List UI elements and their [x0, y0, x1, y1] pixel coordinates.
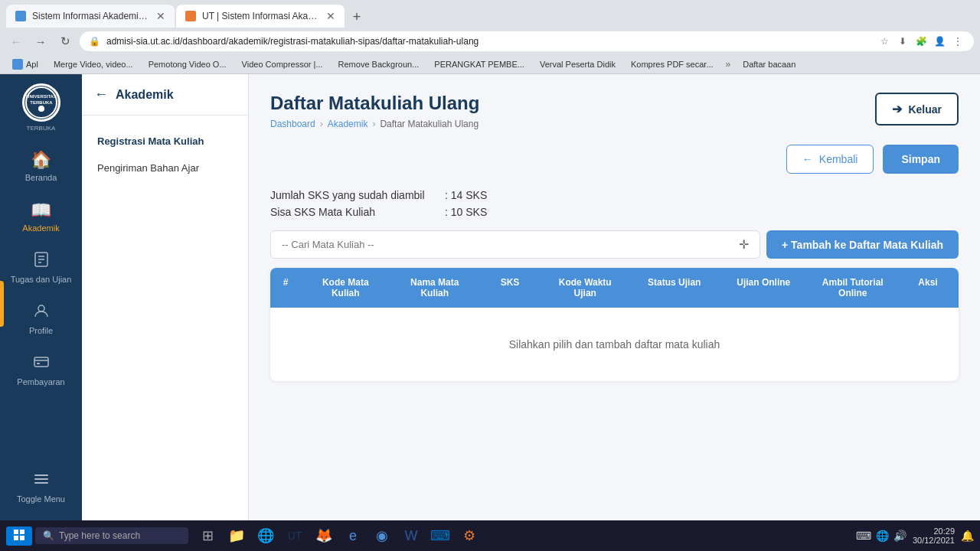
bookmark-perangkat[interactable]: PERANGKAT PEMBE... [428, 58, 531, 70]
sub-sidebar-header: ← Akademik [82, 86, 248, 116]
bookmark-star-icon[interactable]: ☆ [877, 34, 891, 48]
taskbar-folder-icon[interactable]: 📁 [224, 523, 250, 549]
sub-menu-pengiriman[interactable]: Pengiriman Bahan Ajar [82, 155, 248, 181]
browser-chrome: Sistem Informasi Akademik UT ✕ UT | Sist… [0, 0, 980, 74]
bookmark-apl[interactable]: Apl [6, 57, 44, 71]
kembali-arrow-icon: ← [802, 153, 813, 165]
bookmark-daftar[interactable]: Daftar bacaan [737, 58, 802, 70]
taskbar: 🔍 Type here to search ⊞ 📁 🌐 UT 🦊 e ◉ W ⌨… [0, 520, 980, 551]
sidebar: UNIVERSITAS TERBUKA TERBUKA 🏠 Beranda 📖 … [0, 74, 82, 520]
sidebar-item-toggle[interactable]: Toggle Menu [0, 463, 82, 511]
logo-svg: UNIVERSITAS TERBUKA [24, 86, 58, 119]
page-title-section: Daftar Matakuliah Ulang Dashboard › Akad… [270, 93, 479, 129]
sidebar-item-tugas[interactable]: Tugas dan Ujian [0, 243, 82, 292]
bookmark-pemotong[interactable]: Pemotong Video O... [142, 58, 233, 70]
refresh-button[interactable]: ↻ [55, 31, 75, 51]
bm-label-verval: Verval Peserta Didik [540, 60, 616, 69]
taskbar-date: 30/12/2021 [913, 536, 955, 545]
bookmark-compressor[interactable]: Video Compressor |... [236, 58, 329, 70]
sidebar-item-profile[interactable]: Profile [0, 295, 82, 343]
menu-dots-icon[interactable]: ⋮ [951, 34, 965, 48]
content-header: Daftar Matakuliah Ulang Dashboard › Akad… [270, 93, 959, 129]
lock-icon: 🔒 [89, 36, 100, 47]
tab-1[interactable]: Sistem Informasi Akademik UT ✕ [6, 5, 175, 28]
back-button[interactable]: ← [6, 31, 26, 51]
taskbar-edge-icon[interactable]: 🌐 [253, 523, 279, 549]
bm-icon-apl [12, 59, 23, 70]
th-ujian-online: Ujian Online [719, 268, 808, 308]
book-icon: 📖 [31, 201, 51, 220]
start-button[interactable] [6, 527, 32, 546]
sidebar-item-beranda[interactable]: 🏠 Beranda [0, 142, 82, 190]
kembali-button[interactable]: ← Kembali [786, 145, 874, 174]
svg-rect-9 [34, 357, 48, 367]
svg-rect-11 [37, 363, 40, 364]
sidebar-label-toggle: Toggle Menu [17, 494, 65, 504]
keyboard-icon[interactable]: ⌨ [856, 530, 871, 542]
svg-rect-13 [34, 478, 48, 480]
taskbar-chrome-icon[interactable]: ◉ [369, 523, 395, 549]
keluar-button[interactable]: ➔ Keluar [875, 93, 959, 126]
bookmarks-more[interactable]: » [723, 59, 734, 70]
th-status: Status Ujian [630, 268, 720, 308]
taskbar-word-icon[interactable]: W [398, 523, 424, 549]
taskbar-firefox-icon[interactable]: 🦊 [311, 523, 337, 549]
address-bar[interactable]: 🔒 admisi-sia.ut.ac.id/dashboard/akademik… [80, 31, 974, 51]
breadcrumb-sep-2: › [372, 119, 375, 129]
sidebar-item-akademik[interactable]: 📖 Akademik [0, 193, 82, 240]
windows-icon [14, 530, 24, 540]
bm-label-pemotong: Pemotong Video O... [149, 60, 227, 69]
sks-sisa-value: : 10 SKS [445, 206, 487, 218]
search-input[interactable] [282, 239, 733, 250]
taskbar-search[interactable]: 🔍 Type here to search [35, 527, 188, 544]
extension-icon[interactable]: 🧩 [914, 34, 928, 48]
bm-label-merge: Merge Video, video... [54, 60, 133, 69]
th-kode-waktu: Kode Waktu Ujian [541, 268, 630, 308]
back-arrow-icon[interactable]: ← [94, 86, 108, 103]
content-area: Daftar Matakuliah Ulang Dashboard › Akad… [249, 74, 980, 520]
tab-bar: Sistem Informasi Akademik UT ✕ UT | Sist… [0, 0, 980, 28]
download-icon[interactable]: ⬇ [896, 34, 910, 48]
network-icon[interactable]: 🌐 [876, 530, 889, 542]
svg-rect-14 [34, 482, 48, 484]
tab-2[interactable]: UT | Sistem Informasi Akademik ✕ [176, 5, 345, 28]
taskbar-explorer-icon[interactable]: ⊞ [194, 523, 220, 549]
notification-icon[interactable]: 🔔 [961, 530, 974, 542]
bookmark-kompres[interactable]: Kompres PDF secar... [625, 58, 720, 70]
simpan-button[interactable]: Simpan [883, 145, 959, 174]
forward-button[interactable]: → [31, 31, 51, 51]
breadcrumb-dashboard[interactable]: Dashboard [270, 119, 315, 129]
taskbar-time: 20:29 [913, 527, 955, 536]
search-cursor-icon[interactable]: ✛ [739, 237, 749, 252]
tab-label-1: Sistem Informasi Akademik UT [32, 11, 150, 21]
taskbar-ut-icon[interactable]: UT [282, 523, 308, 549]
bookmark-merge[interactable]: Merge Video, video... [47, 58, 139, 70]
tab-close-2[interactable]: ✕ [326, 10, 335, 22]
profile-user-icon [33, 302, 50, 323]
th-tutorial: Ambil Tutorial Online [808, 268, 898, 308]
th-aksi: Aksi [897, 268, 959, 308]
add-matakuliah-button[interactable]: + Tambah ke Daftar Mata Kuliah [766, 230, 959, 259]
sub-menu-registrasi[interactable]: Registrasi Mata Kuliah [82, 128, 248, 155]
sidebar-item-pembayaran[interactable]: Pembayaran [0, 346, 82, 394]
tab-favicon-2 [185, 11, 196, 21]
svg-point-8 [38, 305, 44, 311]
taskbar-datetime: 20:29 30/12/2021 [913, 527, 955, 545]
taskbar-ie-icon[interactable]: e [340, 523, 366, 549]
address-text: admisi-sia.ut.ac.id/dashboard/akademik/r… [106, 36, 871, 47]
bookmark-remove-bg[interactable]: Remove Backgroun... [332, 58, 426, 70]
svg-rect-16 [20, 530, 24, 534]
th-no: # [270, 268, 301, 308]
tab-close-1[interactable]: ✕ [156, 10, 165, 22]
main-area: ← Akademik Registrasi Mata Kuliah Pengir… [82, 74, 980, 520]
taskbar-other-icon[interactable]: ⚙ [456, 523, 482, 549]
volume-icon[interactable]: 🔊 [893, 530, 906, 542]
taskbar-vscode-icon[interactable]: ⌨ [427, 523, 453, 549]
breadcrumb-akademik[interactable]: Akademik [328, 119, 368, 129]
new-tab-button[interactable]: + [346, 6, 368, 28]
svg-text:UNIVERSITAS: UNIVERSITAS [26, 94, 57, 99]
bm-label-daftar: Daftar bacaan [743, 60, 795, 69]
sks-sisa-label: Sisa SKS Mata Kuliah [270, 206, 439, 218]
bookmark-verval[interactable]: Verval Peserta Didik [534, 58, 622, 70]
profile-icon[interactable]: 👤 [933, 34, 946, 48]
